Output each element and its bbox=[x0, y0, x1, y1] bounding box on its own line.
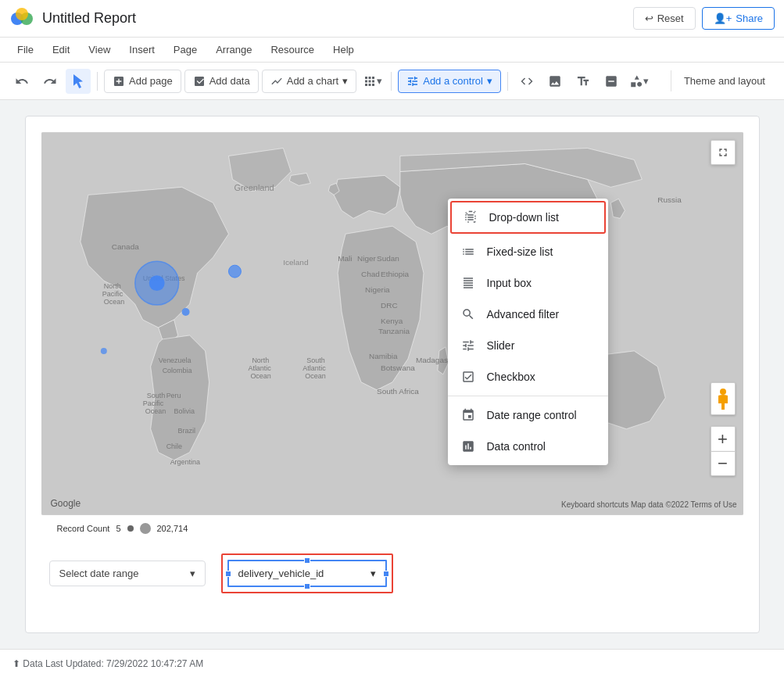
date-range-arrow: ▾ bbox=[190, 568, 195, 579]
handle-right-center[interactable] bbox=[383, 571, 389, 577]
app-logo bbox=[9, 6, 34, 31]
svg-text:Greenland: Greenland bbox=[234, 183, 274, 192]
handle-bottom-center[interactable] bbox=[304, 583, 310, 589]
add-chart-label: Add a chart bbox=[287, 75, 339, 87]
select-tool[interactable] bbox=[66, 69, 91, 94]
data-control-icon bbox=[460, 439, 476, 454]
dropdown-item-dropdown-list[interactable]: Drop-down list bbox=[452, 202, 604, 232]
google-label: Google bbox=[51, 498, 81, 509]
share-button[interactable]: 👤+ Share bbox=[702, 7, 775, 30]
svg-text:Sudan: Sudan bbox=[377, 254, 399, 263]
svg-text:Canada: Canada bbox=[111, 242, 138, 251]
svg-text:Chad: Chad bbox=[361, 270, 380, 278]
svg-text:Iceland: Iceland bbox=[283, 258, 308, 267]
date-range-select[interactable]: Select date range ▾ bbox=[49, 561, 206, 586]
dropdown-item-input-box[interactable]: Input box bbox=[448, 267, 608, 299]
svg-text:Ocean: Ocean bbox=[103, 298, 124, 306]
reset-icon: ↩ bbox=[645, 13, 653, 24]
svg-point-49 bbox=[149, 275, 164, 291]
menu-edit[interactable]: Edit bbox=[45, 41, 77, 59]
handle-top-center[interactable] bbox=[304, 557, 310, 564]
add-control-label: Add a control bbox=[423, 75, 483, 87]
pegman-button[interactable] bbox=[711, 382, 736, 415]
svg-text:Ocean: Ocean bbox=[145, 407, 165, 415]
dropdown-item-label-advanced-filter: Advanced filter bbox=[487, 308, 560, 321]
record-count-legend: Record Count 5 202,714 bbox=[57, 523, 188, 534]
dropdown-item-data-control[interactable]: Data control bbox=[448, 431, 608, 462]
svg-text:Pacific: Pacific bbox=[102, 290, 123, 298]
svg-text:Pacific: Pacific bbox=[142, 399, 163, 407]
map-expand-button[interactable] bbox=[711, 140, 736, 165]
image-button[interactable] bbox=[542, 69, 567, 94]
record-count-label: Record Count bbox=[57, 524, 110, 533]
toolbar-separator-1 bbox=[97, 72, 98, 91]
report-title: Untitled Report bbox=[42, 10, 136, 27]
svg-text:Bolivia: Bolivia bbox=[174, 407, 194, 415]
dropdown-item-label-data-control: Data control bbox=[487, 440, 546, 453]
add-control-button[interactable]: Add a control ▾ bbox=[398, 70, 501, 93]
add-page-label: Add page bbox=[129, 75, 173, 87]
record-count-value2: 202,714 bbox=[157, 524, 188, 533]
svg-text:Brazil: Brazil bbox=[177, 427, 195, 435]
svg-text:South: South bbox=[146, 392, 164, 399]
map-attribution: Keyboard shortcuts Map data ©2022 Terms … bbox=[561, 500, 737, 509]
menu-help[interactable]: Help bbox=[325, 41, 362, 59]
svg-text:Peru: Peru bbox=[166, 392, 181, 399]
dropdown-item-label-fixed-list: Fixed-size list bbox=[487, 245, 553, 258]
dropdown-item-label-checkbox: Checkbox bbox=[487, 371, 535, 383]
svg-text:North: North bbox=[252, 356, 269, 364]
svg-text:Botswana: Botswana bbox=[381, 364, 415, 372]
report-canvas: Canada North Pacific Ocean United States… bbox=[25, 116, 760, 633]
menu-page[interactable]: Page bbox=[166, 41, 205, 59]
components-button[interactable]: ▾ bbox=[360, 69, 385, 94]
theme-layout-button[interactable]: Theme and layout bbox=[671, 70, 775, 91]
add-data-button[interactable]: Add data bbox=[184, 70, 259, 93]
svg-text:Colombia: Colombia bbox=[162, 367, 192, 374]
input-box-icon bbox=[460, 275, 476, 291]
share-icon: 👤+ bbox=[714, 13, 732, 24]
dropdown-item-fixed-list[interactable]: Fixed-size list bbox=[448, 236, 608, 267]
date-range-placeholder: Select date range bbox=[59, 568, 139, 579]
dropdown-highlight-wrapper: Drop-down list bbox=[450, 201, 606, 234]
zoom-in-button[interactable]: + bbox=[711, 426, 736, 451]
svg-text:Niger: Niger bbox=[357, 254, 377, 263]
redo-button[interactable] bbox=[38, 69, 63, 94]
svg-text:Ocean: Ocean bbox=[250, 372, 270, 380]
svg-point-50 bbox=[228, 265, 241, 278]
line-button[interactable] bbox=[599, 69, 624, 94]
dropdown-item-date-range[interactable]: Date range control bbox=[448, 399, 608, 431]
date-range-icon bbox=[460, 407, 476, 423]
menu-resource[interactable]: Resource bbox=[263, 41, 322, 59]
dropdown-divider bbox=[448, 396, 608, 396]
svg-text:Kenya: Kenya bbox=[381, 317, 403, 325]
menu-view[interactable]: View bbox=[81, 41, 118, 59]
components-chevron: ▾ bbox=[377, 75, 382, 87]
undo-button[interactable] bbox=[9, 69, 34, 94]
zoom-out-button[interactable]: − bbox=[711, 451, 736, 476]
delivery-control-inner: delivery_vehicle_id ▾ bbox=[227, 560, 387, 587]
dropdown-menu-container: Drop-down list Fixed-size list Input box bbox=[448, 199, 608, 465]
dropdown-list-icon bbox=[463, 210, 478, 225]
code-button[interactable] bbox=[514, 69, 539, 94]
toolbar: Add page Add data Add a chart ▾ ▾ Add a … bbox=[0, 63, 784, 100]
menu-file[interactable]: File bbox=[9, 41, 41, 59]
menu-arrange[interactable]: Arrange bbox=[208, 41, 260, 59]
svg-text:DRC: DRC bbox=[381, 301, 398, 310]
dropdown-item-slider[interactable]: Slider bbox=[448, 330, 608, 361]
delivery-vehicle-control[interactable]: delivery_vehicle_id ▾ bbox=[229, 561, 385, 586]
dropdown-item-checkbox[interactable]: Checkbox bbox=[448, 361, 608, 392]
status-bar: ⬆ Data Last Updated: 7/29/2022 10:47:27 … bbox=[0, 649, 784, 677]
add-chart-chevron: ▾ bbox=[342, 75, 348, 87]
handle-left-center[interactable] bbox=[225, 571, 231, 577]
svg-text:Argentina: Argentina bbox=[170, 458, 199, 466]
textbox-button[interactable] bbox=[571, 69, 596, 94]
add-chart-button[interactable]: Add a chart ▾ bbox=[262, 70, 357, 93]
reset-button[interactable]: ↩ Reset bbox=[633, 7, 696, 30]
add-page-button[interactable]: Add page bbox=[104, 70, 181, 93]
slider-icon bbox=[460, 338, 476, 353]
dropdown-item-advanced-filter[interactable]: Advanced filter bbox=[448, 299, 608, 330]
menu-insert[interactable]: Insert bbox=[121, 41, 163, 59]
status-text: ⬆ Data Last Updated: 7/29/2022 10:47:27 … bbox=[13, 658, 203, 669]
legend-small-dot bbox=[127, 525, 134, 532]
shape-button[interactable]: ▾ bbox=[627, 69, 652, 94]
